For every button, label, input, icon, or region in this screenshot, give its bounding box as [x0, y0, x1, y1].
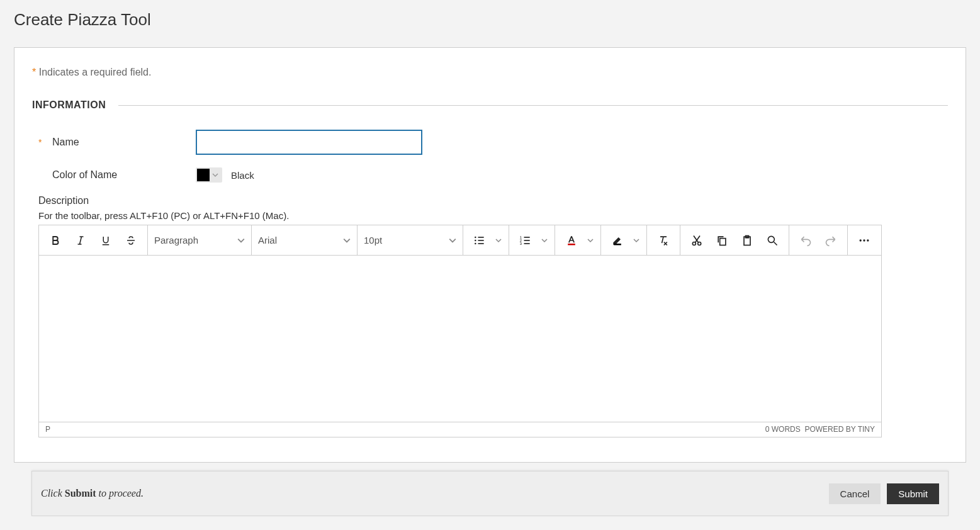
copy-button[interactable] [709, 228, 735, 253]
svg-point-5 [475, 236, 476, 238]
required-star-icon: * [38, 137, 46, 147]
form-panel: * Indicates a required field. INFORMATIO… [14, 47, 966, 463]
undo-button[interactable] [793, 228, 818, 253]
section-header: INFORMATION [32, 99, 948, 111]
toolbar-hint: For the toolbar, press ALT+F10 (PC) or A… [38, 210, 942, 221]
svg-point-28 [867, 239, 869, 241]
editor-statusbar: P 0 WORDS POWERED BY TINY [39, 422, 881, 437]
svg-point-7 [475, 242, 476, 244]
svg-point-6 [475, 239, 476, 241]
chevron-down-icon [449, 237, 456, 244]
clear-format-group [647, 225, 680, 255]
color-label-text: Color of Name [52, 169, 117, 181]
svg-point-26 [860, 239, 862, 241]
svg-rect-22 [744, 237, 750, 245]
svg-rect-17 [568, 244, 575, 245]
editor-body[interactable] [39, 256, 881, 422]
fontsize-select-value: 10pt [364, 235, 382, 245]
svg-line-2 [80, 237, 82, 244]
name-label-text: Name [52, 137, 79, 148]
bullet-list-button[interactable] [467, 228, 492, 253]
svg-rect-23 [746, 235, 749, 237]
page-title: Create Piazza Tool [0, 0, 980, 47]
svg-point-20 [698, 242, 701, 245]
clipboard-group [680, 225, 789, 255]
chevron-down-icon[interactable] [538, 237, 551, 244]
name-row: * Name [38, 130, 942, 155]
footer-hint: Click Submit to proceed. [41, 488, 144, 499]
chevron-down-icon [343, 237, 351, 244]
svg-text:3: 3 [520, 241, 522, 245]
color-swatch-icon [197, 169, 210, 181]
svg-line-25 [774, 242, 777, 245]
chevron-down-icon [237, 237, 245, 244]
number-list-group: 123 [509, 225, 555, 255]
footer-buttons: Cancel Submit [829, 483, 939, 504]
cancel-button[interactable]: Cancel [829, 483, 881, 504]
font-select[interactable]: Arial [252, 225, 358, 255]
font-select-value: Arial [258, 235, 277, 245]
required-note-text: Indicates a required field. [39, 67, 152, 77]
footer-bar: Click Submit to proceed. Cancel Submit [31, 471, 949, 516]
text-color-button[interactable] [559, 228, 584, 253]
cut-button[interactable] [684, 228, 709, 253]
italic-button[interactable] [68, 228, 93, 253]
strikethrough-button[interactable] [118, 228, 144, 253]
redo-button[interactable] [818, 228, 843, 253]
undo-group [789, 225, 848, 255]
underline-button[interactable] [93, 228, 118, 253]
text-color-group [555, 225, 601, 255]
name-label: * Name [38, 137, 196, 148]
svg-rect-18 [614, 244, 621, 245]
paste-button[interactable] [735, 228, 760, 253]
editor-path: P [45, 425, 50, 434]
color-row: Color of Name Black [38, 167, 942, 183]
find-button[interactable] [760, 228, 785, 253]
required-star-icon: * [32, 67, 36, 77]
chevron-down-icon[interactable] [584, 237, 597, 244]
svg-point-19 [692, 242, 696, 245]
color-picker[interactable] [196, 167, 222, 183]
color-value-text: Black [231, 170, 254, 181]
numbered-list-button[interactable]: 123 [513, 228, 538, 253]
chevron-down-icon[interactable] [492, 237, 505, 244]
section-title: INFORMATION [32, 99, 106, 111]
bold-button[interactable] [43, 228, 68, 253]
chevron-down-icon [210, 169, 221, 181]
paragraph-select-value: Paragraph [154, 235, 198, 245]
chevron-down-icon[interactable] [630, 237, 643, 244]
bullet-list-group [463, 225, 509, 255]
more-group [848, 225, 881, 255]
highlight-button[interactable] [605, 228, 630, 253]
svg-point-27 [863, 239, 865, 241]
more-button[interactable] [852, 228, 877, 253]
required-note: * Indicates a required field. [32, 67, 948, 78]
svg-point-24 [768, 236, 774, 242]
svg-rect-21 [720, 238, 726, 245]
paragraph-select[interactable]: Paragraph [148, 225, 252, 255]
editor-wordcount: 0 WORDS POWERED BY TINY [765, 425, 875, 434]
fontsize-select[interactable]: 10pt [358, 225, 463, 255]
name-input[interactable] [196, 130, 422, 155]
svg-text:1: 1 [520, 235, 522, 239]
submit-button[interactable]: Submit [887, 483, 939, 504]
svg-text:2: 2 [520, 238, 522, 242]
section-divider [118, 105, 948, 106]
highlight-group [601, 225, 647, 255]
rich-text-editor: Paragraph Arial 10pt [38, 225, 882, 437]
color-label: Color of Name [38, 169, 196, 181]
description-label: Description [38, 195, 942, 206]
format-group [39, 225, 148, 255]
editor-toolbar: Paragraph Arial 10pt [39, 225, 881, 256]
clear-formatting-button[interactable] [651, 228, 676, 253]
